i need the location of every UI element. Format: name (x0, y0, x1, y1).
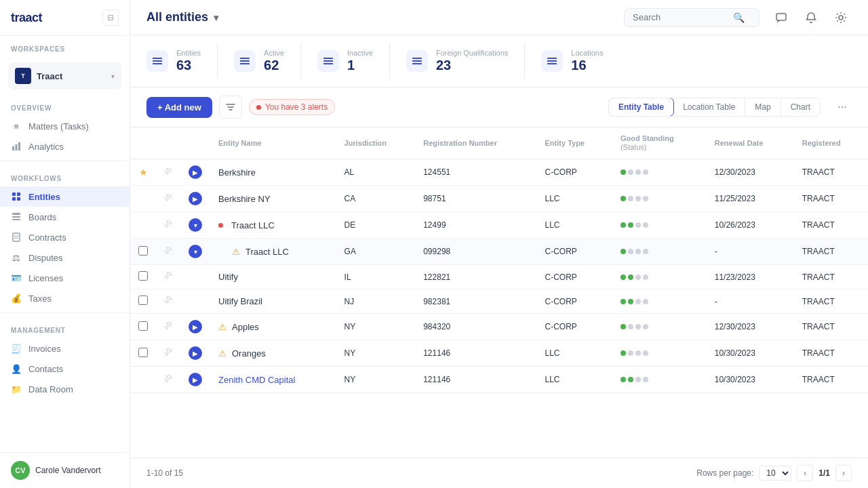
pin-icon[interactable] (164, 221, 172, 230)
tab-location-table[interactable]: Location Table (673, 98, 745, 116)
row-checkbox[interactable] (138, 296, 148, 305)
pin-icon[interactable] (164, 323, 172, 332)
sidebar-item-disputes[interactable]: ⚖ Disputes (0, 247, 130, 268)
sidebar-item-contacts[interactable]: 👤 Contacts (0, 359, 130, 379)
pin-icon[interactable] (164, 349, 172, 359)
tab-map[interactable]: Map (745, 98, 781, 116)
header: All entities ▾ 🔍 (130, 0, 868, 35)
stat-locations-icon (541, 50, 563, 72)
row-good-standing-cell (612, 340, 707, 367)
row-checkbox-cell (130, 212, 156, 239)
row-checkbox-cell (130, 239, 156, 265)
svg-rect-5 (12, 197, 16, 201)
search-input[interactable] (633, 12, 728, 22)
status-dot (635, 350, 641, 356)
view-tabs: Entity Table Location Table Map Chart (608, 98, 821, 117)
row-reg-number-cell: 124551 (415, 159, 536, 186)
rows-per-page-select[interactable]: 10 25 50 (759, 466, 791, 481)
sidebar-item-licenses[interactable]: 🪪 Licenses (0, 268, 130, 288)
row-renewal-date-cell: - (707, 239, 794, 265)
sidebar-collapse-button[interactable]: ⊟ (102, 9, 119, 26)
row-checkbox[interactable] (138, 348, 148, 357)
sidebar-item-taxes[interactable]: 💰 Taxes (0, 288, 130, 308)
dots-rating (620, 169, 698, 175)
stat-inactive[interactable]: Inactive 1 (301, 43, 390, 79)
tab-entity-table[interactable]: Entity Table (608, 98, 674, 117)
expand-button[interactable]: ▾ (189, 218, 202, 232)
sidebar-item-boards[interactable]: Boards (0, 207, 130, 227)
entity-name-text: Traact LLC (245, 247, 289, 257)
pin-icon[interactable] (164, 297, 172, 306)
svg-point-14 (839, 16, 843, 20)
row-entity-type-cell: LLC (537, 186, 612, 212)
row-pin-cell (156, 212, 180, 239)
stat-entities[interactable]: Entities 63 (146, 43, 218, 79)
col-entity-name: Entity Name (210, 127, 336, 159)
settings-button[interactable] (830, 7, 852, 28)
sidebar-item-dataroom[interactable]: 📁 Data Room (0, 379, 130, 399)
row-checkbox[interactable] (138, 246, 148, 256)
stat-active[interactable]: Active 62 (218, 43, 301, 79)
page-title-group: All entities ▾ (146, 10, 218, 24)
pin-icon[interactable] (164, 168, 172, 178)
title-chevron-icon[interactable]: ▾ (214, 12, 218, 23)
sidebar-item-entities[interactable]: Entities (0, 186, 130, 207)
stat-foreign[interactable]: Foreign Qualifications 23 (390, 43, 525, 79)
pin-icon[interactable] (164, 195, 172, 204)
row-entity-type-cell: C-CORP (537, 265, 612, 289)
sidebar: traact ⊟ WORKSPACES T Traact ▾ OVERVIEW … (0, 0, 130, 488)
svg-rect-28 (547, 60, 557, 62)
row-entity-name-cell: Uitify (210, 265, 336, 289)
contacts-icon: 👤 (11, 363, 22, 374)
notifications-button[interactable] (800, 7, 822, 28)
pin-icon[interactable] (164, 375, 172, 385)
next-page-button[interactable]: › (835, 465, 852, 481)
row-pin-cell (156, 340, 180, 367)
status-dot (635, 324, 641, 329)
expand-button[interactable]: ▶ (189, 165, 202, 179)
pin-icon[interactable] (164, 272, 172, 282)
dots-rating (620, 377, 698, 382)
sidebar-item-analytics[interactable]: Analytics (0, 136, 130, 157)
expand-button[interactable]: ▶ (189, 346, 202, 360)
row-entity-type-cell: C-CORP (537, 289, 612, 314)
tab-chart[interactable]: Chart (781, 98, 820, 116)
filter-button[interactable] (219, 96, 242, 119)
sidebar-item-contracts[interactable]: Contracts (0, 227, 130, 247)
prev-page-button[interactable]: ‹ (797, 465, 813, 481)
more-options-button[interactable]: ··· (833, 98, 852, 117)
star-icon[interactable]: ★ (139, 167, 148, 178)
expand-button[interactable]: ▶ (189, 320, 202, 333)
status-dot (628, 299, 633, 304)
sidebar-item-invoices[interactable]: 🧾 Invoices (0, 338, 130, 359)
contracts-icon (11, 232, 22, 243)
messages-button[interactable] (770, 7, 792, 28)
table-row: ▶ ⚠ Apples NY 984320 C-CORP 12/30/2023 T… (130, 314, 868, 340)
status-dot (643, 350, 648, 356)
sidebar-item-matters[interactable]: ≡ Matters (Tasks) (0, 116, 130, 136)
expand-button[interactable]: ▶ (189, 373, 202, 386)
col-expand (180, 127, 210, 159)
pin-icon[interactable] (164, 247, 172, 257)
warning-icon: ⚠ (232, 247, 240, 257)
row-renewal-date-cell: 10/26/2023 (707, 212, 794, 239)
expand-button[interactable]: ▾ (189, 245, 202, 258)
stat-locations[interactable]: Locations 16 (525, 43, 619, 79)
row-checkbox-cell (130, 265, 156, 289)
row-entity-name-cell: Zenith CMD Capital (210, 367, 336, 393)
table-row: ▾ Traact LLC DE 12499 LLC 10/26/2023 TRA… (130, 212, 868, 239)
entity-name-text: Apples (232, 322, 259, 332)
row-registered-cell: TRAACT (794, 239, 868, 265)
col-renewal-date: Renewal Date (707, 127, 794, 159)
row-checkbox[interactable] (138, 321, 148, 331)
entity-cell: Uitify (218, 272, 328, 282)
add-new-button[interactable]: + Add new (146, 97, 212, 118)
expand-button[interactable]: ▶ (189, 192, 202, 205)
stat-inactive-value: 1 (347, 57, 373, 73)
workspace-selector[interactable]: T Traact ▾ (8, 62, 121, 89)
col-pin (156, 127, 180, 159)
entity-cell: Zenith CMD Capital (218, 375, 328, 385)
row-expand-cell (180, 265, 210, 289)
row-checkbox[interactable] (138, 271, 148, 281)
entity-name-text[interactable]: Zenith CMD Capital (218, 375, 295, 385)
